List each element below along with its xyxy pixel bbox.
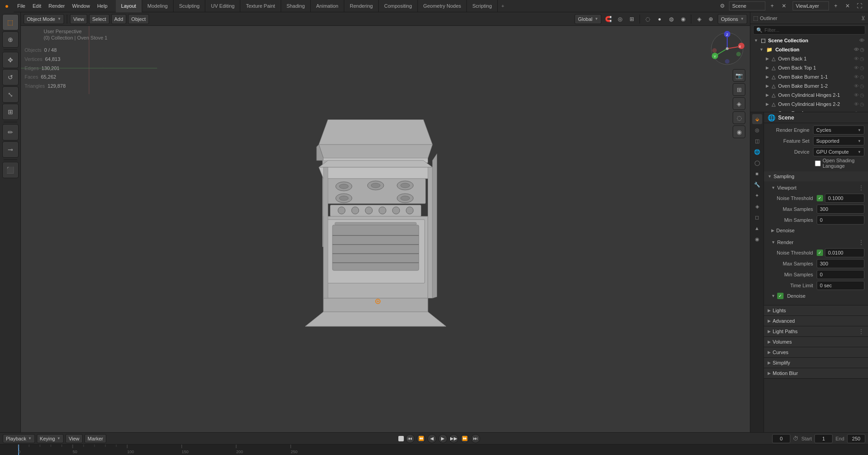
workspace-scripting[interactable]: Scripting	[467, 0, 498, 12]
workspace-uv-editing[interactable]: UV Editing	[205, 0, 240, 12]
add-cube-button[interactable]: ⬛	[2, 162, 19, 178]
light-paths-header[interactable]: ▶ Light Paths ⋮	[764, 326, 868, 336]
props-tab-modifiers[interactable]: 🔧	[752, 180, 762, 190]
rotate-tool-button[interactable]: ↺	[2, 69, 19, 85]
gizmo-icon[interactable]: ⊕	[706, 14, 716, 24]
menu-window[interactable]: Window	[69, 0, 94, 12]
transform-global-button[interactable]: Global ▼	[575, 14, 601, 24]
curves-header[interactable]: ▶ Curves	[764, 347, 868, 357]
render-dots-icon[interactable]: ⋮	[858, 239, 864, 246]
add-menu-button[interactable]: Add	[111, 14, 127, 24]
render-subheader[interactable]: ▼ Render ⋮	[771, 238, 864, 247]
shading-rendered-icon[interactable]: ◉	[678, 14, 688, 24]
hinges-2-2-eye-icon[interactable]: 👁	[854, 101, 859, 107]
skip-start-button[interactable]: ⏮	[406, 434, 415, 443]
cursor-tool-button[interactable]: ⊕	[2, 31, 19, 48]
current-frame-input[interactable]: 0	[772, 434, 790, 443]
simplify-header[interactable]: ▶ Simplify	[764, 358, 868, 368]
volumes-header[interactable]: ▶ Volumes	[764, 337, 868, 347]
snap-icon[interactable]: 🧲	[603, 14, 613, 24]
motion-blur-header[interactable]: ▶ Motion Blur	[764, 368, 868, 378]
navigation-gizmo[interactable]: X Y Z	[709, 30, 745, 67]
hinges-2-2-render-icon[interactable]: ◷	[860, 101, 864, 107]
render-denoise-header[interactable]: ▼ ✓ Denoise	[771, 291, 864, 300]
outliner-item-oven-back-top-1[interactable]: ▶ △ Oven Back Top 1 👁 ◷	[750, 63, 868, 72]
render-max-value[interactable]: 300	[817, 259, 864, 268]
transform-icon[interactable]: ⊞	[627, 14, 637, 24]
scene-name[interactable]: Scene	[729, 1, 765, 10]
viewport-area[interactable]: Object Mode ▼ View Select Add Object Glo…	[21, 12, 750, 432]
overlay-icon[interactable]: ◈	[694, 14, 704, 24]
select-tool-button[interactable]: ⬚	[2, 14, 19, 30]
grid-gizmo-btn[interactable]: ⊞	[733, 83, 745, 96]
engine-icon[interactable]: ⚙	[717, 1, 727, 11]
advanced-header[interactable]: ▶ Advanced	[764, 316, 868, 326]
start-frame-input[interactable]: 1	[814, 434, 833, 443]
device-value[interactable]: GPU Compute ▼	[813, 147, 864, 156]
shading-material-icon[interactable]: ◍	[666, 14, 676, 24]
render-denoise-checkbox[interactable]: ✓	[777, 293, 784, 299]
oven-back-1-eye-icon[interactable]: 👁	[854, 56, 859, 62]
props-tab-object[interactable]: ■	[752, 169, 762, 179]
menu-edit[interactable]: Edit	[29, 0, 45, 12]
props-tab-physics[interactable]: ◈	[752, 201, 762, 211]
object-menu-button[interactable]: Object	[128, 14, 149, 24]
measure-tool-button[interactable]: ⊸	[2, 141, 19, 158]
view-menu-button[interactable]: View	[70, 14, 87, 24]
oven-back-1-render-icon[interactable]: ◷	[860, 56, 864, 62]
props-tab-render[interactable]: ⬙	[752, 114, 762, 124]
jump-forward-button[interactable]: ▶▶	[449, 434, 458, 443]
viewport-denoise-header[interactable]: ▶ Denoise	[771, 226, 864, 235]
playback-dropdown[interactable]: Playback ▼	[3, 434, 35, 443]
workspace-geometry-nodes[interactable]: Geometry Nodes	[418, 0, 467, 12]
select-menu-button[interactable]: Select	[89, 14, 109, 24]
lights-header[interactable]: ▶ Lights	[764, 305, 868, 315]
outliner-item-oven-fan-1[interactable]: ▶ △ Oven Fan 1 👁 ◷	[750, 109, 868, 112]
viewport-canvas[interactable]: User Perspective (0) Collection | Oven S…	[21, 26, 750, 432]
menu-help[interactable]: Help	[94, 0, 111, 12]
render-noise-value[interactable]: 0.0100	[825, 248, 864, 257]
viewport-max-value[interactable]: 300	[817, 205, 864, 214]
outliner-filter-icon[interactable]: ⊻	[861, 15, 865, 21]
skip-end-button[interactable]: ⏭	[471, 434, 480, 443]
workspace-sculpting[interactable]: Sculpting	[174, 0, 205, 12]
scene-remove-icon[interactable]: ✕	[779, 1, 789, 11]
workspace-compositing[interactable]: Compositing	[379, 0, 418, 12]
open-shading-checkbox[interactable]	[815, 160, 821, 166]
step-back-button[interactable]: ⏪	[417, 434, 426, 443]
props-tab-output[interactable]: ◎	[752, 125, 762, 135]
blender-logo[interactable]: ●	[0, 0, 14, 12]
viewport-noise-value[interactable]: 0.1000	[825, 194, 864, 203]
props-tab-material[interactable]: ◉	[752, 234, 762, 244]
timeline-ruler[interactable]: 0 50 100 150 200 250	[0, 445, 868, 455]
outliner-item-oven-cylindrical-hinges-2-1[interactable]: ▶ △ Oven Cylindrical Hinges 2-1 👁 ◷	[750, 90, 868, 100]
oven-bake-burner-1-1-eye-icon[interactable]: 👁	[854, 74, 859, 80]
light-paths-dots-icon[interactable]: ⋮	[858, 328, 864, 335]
oven-bake-burner-1-2-eye-icon[interactable]: 👁	[854, 83, 859, 89]
props-tab-world[interactable]: ◯	[752, 158, 762, 168]
oven-back-top-1-eye-icon[interactable]: 👁	[854, 65, 859, 71]
outliner-item-oven-bake-burner-1-2[interactable]: ▶ △ Oven Bake Burner 1-2 👁 ◷	[750, 81, 868, 90]
feature-set-value[interactable]: Supported ▼	[813, 136, 864, 145]
fullscreen-icon[interactable]: ⛶	[854, 1, 864, 11]
outliner-collection[interactable]: ▼ 📁 Collection 👁 ◷	[750, 45, 868, 54]
hinges-2-1-eye-icon[interactable]: 👁	[854, 92, 859, 98]
end-frame-input[interactable]: 250	[847, 434, 865, 443]
stop-button[interactable]	[398, 436, 404, 441]
props-tab-object-data[interactable]: ▲	[752, 223, 762, 233]
view-layer-name[interactable]: ViewLayer	[793, 1, 829, 10]
menu-file[interactable]: File	[14, 0, 29, 12]
viewport-noise-checkbox[interactable]: ✓	[817, 195, 823, 201]
workspace-modeling[interactable]: Modeling	[142, 0, 174, 12]
proportional-icon[interactable]: ◎	[615, 14, 625, 24]
props-tab-scene[interactable]: 🌐	[752, 147, 762, 157]
workspace-layout[interactable]: Layout	[116, 0, 142, 12]
props-tab-constraints[interactable]: ◻	[752, 212, 762, 222]
shading-wire-icon[interactable]: ◌	[643, 14, 653, 24]
outliner-scene-collection[interactable]: ▼ ⬚ Scene Collection 👁	[750, 36, 868, 45]
camera-gizmo-btn[interactable]: 📷	[733, 69, 745, 82]
props-tab-view-layer[interactable]: ◫	[752, 136, 762, 146]
view-layer-remove-icon[interactable]: ✕	[843, 1, 853, 11]
workspace-animation[interactable]: Animation	[311, 0, 344, 12]
hinges-2-1-render-icon[interactable]: ◷	[860, 92, 864, 98]
